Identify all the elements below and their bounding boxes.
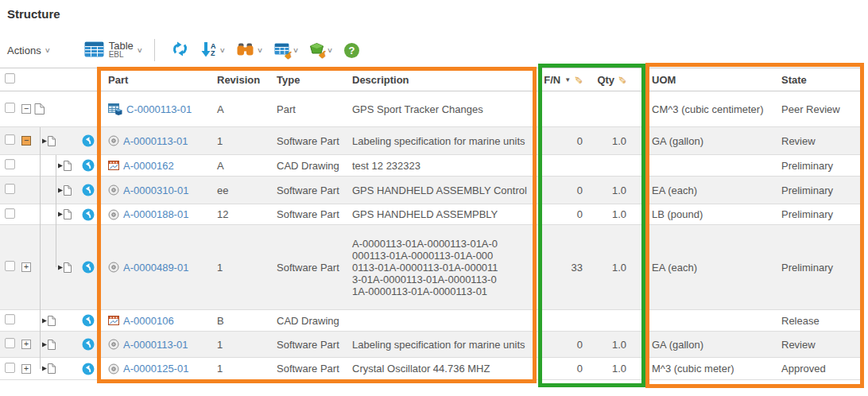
help-button[interactable]: ? [344,43,359,58]
table-edit-button[interactable]: ☛∨ [274,43,299,58]
column-header-fn[interactable]: F/N ▼ ✎ [538,74,592,86]
column-header-type[interactable]: Type [270,74,346,86]
column-header-uom[interactable]: UOM [645,74,775,86]
description-cell: Labeling specification for marine units [352,135,525,147]
row-checkbox[interactable] [5,134,15,145]
state-cell: Preliminary [775,160,864,172]
uom-cell: GA (gallon) [645,135,775,147]
part-number-link[interactable]: A-0000106 [123,315,174,327]
edit-column-icon[interactable]: ✎ [616,76,628,84]
quantity-cell: 1.0 [592,363,645,375]
expand-toggle[interactable]: + [21,340,31,349]
expand-toggle[interactable]: + [21,262,31,272]
part-number-link[interactable]: A-0000113-01 [123,135,188,147]
software-part-icon [108,209,119,220]
row-checkbox[interactable] [5,103,15,113]
row-checkbox[interactable] [5,363,15,373]
open-information-icon[interactable] [82,363,95,375]
description-cell: Crystal Oscillator 44.736 MHZ [352,363,490,375]
revision-cell: A [211,103,270,115]
expand-toggle[interactable]: − [21,104,31,114]
open-information-icon[interactable] [82,261,95,274]
refresh-button[interactable] [170,41,190,59]
part-structure-icon [108,103,122,116]
cad-drawing-icon [108,315,119,326]
object-pick-button[interactable]: ☛∨ [310,43,333,57]
revision-cell: B [211,315,270,327]
table-row: +A-0000125-011Software PartCrystal Oscil… [0,358,864,380]
description-cell: GPS Sport Tracker Changes [352,103,483,115]
open-information-icon[interactable] [82,134,95,147]
find-binoculars-icon [237,43,254,58]
revision-cell: ee [211,184,270,196]
uom-cell: LB (pound) [645,208,775,220]
expand-toggle[interactable]: + [21,364,31,374]
sort-az-button[interactable]: AZ∨ [201,41,226,60]
qty-header-label: Qty [597,74,614,86]
sort-descending-icon[interactable]: ▼ [564,76,571,83]
part-number-link[interactable]: A-0000125-01 [123,363,188,375]
fn-header-label: F/N [544,74,560,86]
table-row: +A-0000113-011Software PartLabeling spec… [0,332,864,358]
row-checkbox[interactable] [5,261,15,271]
row-checkbox[interactable] [5,159,15,169]
row-checkbox[interactable] [5,338,15,348]
svg-text:Z: Z [211,49,215,57]
open-information-icon[interactable] [82,184,95,196]
open-information-icon[interactable] [82,338,95,351]
table-view-button[interactable]: Table EBL ∨ [84,41,143,60]
column-header-state[interactable]: State [775,74,864,86]
find-number-cell: 0 [538,184,592,196]
open-information-icon[interactable] [82,314,95,327]
part-number-link[interactable]: A-0000113-01 [123,339,188,351]
cad-drawing-icon [108,160,119,171]
revision-cell: 1 [211,363,270,375]
tree-connector-line [40,127,41,369]
quantity-cell: 1.0 [592,339,645,351]
state-cell: Preliminary [775,262,864,274]
description-cell: test 12 232323 [352,160,420,172]
type-cell: Software Part [270,262,346,274]
part-number-link[interactable]: A-0000162 [123,160,174,172]
table-row: A-0000162ACAD Drawingtest 12 232323Preli… [0,155,864,177]
structure-table: Part Revision Type Description F/N ▼ ✎ Q… [0,68,864,380]
part-number-link[interactable]: A-0000188-01 [123,208,188,220]
column-header-revision[interactable]: Revision [211,74,270,86]
row-checkbox[interactable] [5,314,15,324]
open-information-icon[interactable] [82,208,95,221]
select-all-checkbox[interactable] [5,73,15,83]
part-number-link[interactable]: A-0000489-01 [123,262,188,274]
part-number-link[interactable]: C-0000113-01 [126,103,192,115]
row-checkbox[interactable] [5,208,15,219]
expand-toggle[interactable]: − [21,136,31,146]
page-title: Structure [7,7,60,21]
revision-cell: 1 [211,339,270,351]
usage-link-icon [41,363,56,375]
column-header-part[interactable]: Part [102,74,211,86]
software-part-icon [108,135,119,146]
description-cell: A-0000113-01A-0000113-01A-0000113-01A-00… [352,238,498,297]
part-number-link[interactable]: A-0000310-01 [123,184,188,196]
object-pick-icon: ☛ [310,43,324,57]
uom-cell: CM^3 (cubic centimeter) [645,103,775,115]
quantity-cell: 1.0 [592,184,645,196]
uom-cell: EA (each) [645,184,775,196]
description-cell: Labeling specification for marine units [352,339,525,351]
state-cell: Release [775,315,864,327]
uom-cell: EA (each) [645,262,775,274]
row-checkbox[interactable] [5,184,15,194]
find-binoculars-button[interactable]: ∨ [237,43,263,58]
toolbar: Actions ∨ Table EBL ∨ AZ∨∨☛∨☛∨? [0,35,868,65]
table-grid-icon [84,41,104,60]
column-header-description[interactable]: Description [346,74,538,86]
type-cell: Part [270,103,346,115]
tree-connector-line [56,155,56,267]
open-information-icon[interactable] [82,159,95,172]
usage-link-icon [57,160,72,172]
find-number-cell: 0 [538,363,592,375]
actions-menu-button[interactable]: Actions ∨ [7,45,51,56]
column-header-qty[interactable]: Qty ✎ [592,74,645,86]
state-cell: Review [775,135,864,147]
edit-column-icon[interactable]: ✎ [572,76,584,84]
uom-cell: GA (gallon) [645,339,775,351]
